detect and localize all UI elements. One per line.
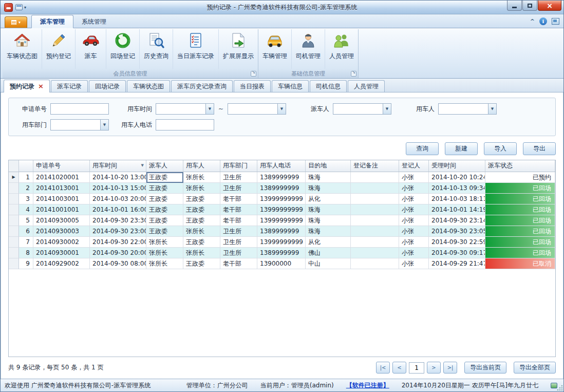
- chevron-down-icon[interactable]: ▼: [488, 104, 496, 114]
- column-header-dest[interactable]: 目的地: [306, 160, 351, 172]
- column-header-apply_no[interactable]: 申请单号: [33, 160, 90, 172]
- column-header-dept[interactable]: 用车部门: [220, 160, 257, 172]
- dept-combo[interactable]: ▼: [50, 119, 109, 130]
- export-all-pages-button[interactable]: 导出全部页: [514, 362, 556, 374]
- dispatcher-input[interactable]: [333, 104, 383, 114]
- ribbon-button[interactable]: 预约登记: [42, 29, 75, 69]
- app-icon[interactable]: [4, 3, 13, 12]
- table-row[interactable]: 5201409300052014-09-30 23:30王政委王政委老干部139…: [9, 215, 555, 226]
- close-button[interactable]: ×: [538, 1, 561, 11]
- chevron-down-icon[interactable]: ▼: [100, 120, 108, 130]
- row-selector[interactable]: [9, 248, 19, 258]
- ribbon-button[interactable]: 当日派车记录: [173, 29, 218, 69]
- cell-apply_no: 20141003001: [33, 194, 90, 204]
- export-current-page-button[interactable]: 导出当前页: [464, 362, 506, 374]
- doc-tab[interactable]: 车辆状态图: [127, 80, 170, 92]
- license-link[interactable]: 【软件已注册】: [346, 381, 389, 390]
- ribbon-tab[interactable]: 系统管理: [73, 15, 115, 28]
- ribbon-tab[interactable]: 派车管理: [31, 15, 73, 28]
- phone-input[interactable]: [156, 119, 214, 130]
- column-header-status[interactable]: 派车状态: [485, 160, 555, 172]
- import-button[interactable]: 导入: [484, 142, 517, 155]
- window-controls: ×: [506, 1, 561, 11]
- column-header-use_time[interactable]: 用车时间▼: [90, 160, 146, 172]
- row-selector[interactable]: [9, 237, 19, 248]
- minimize-button[interactable]: [507, 1, 522, 11]
- quick-access-icon[interactable]: [15, 4, 23, 10]
- table-row[interactable]: 3201410030012014-10-03 20:00王政委王政委老干部139…: [9, 194, 555, 204]
- user-combo[interactable]: ▼: [438, 103, 497, 115]
- maximize-button[interactable]: [522, 1, 537, 11]
- first-page-button[interactable]: |<: [376, 362, 390, 374]
- last-page-button[interactable]: >|: [443, 362, 457, 374]
- ribbon-button[interactable]: 历史查询: [139, 29, 173, 69]
- column-header-registrar[interactable]: 登记人: [399, 160, 429, 172]
- row-selector[interactable]: [9, 183, 19, 194]
- dept-input[interactable]: [51, 120, 100, 130]
- ribbon-button[interactable]: 车辆管理: [258, 29, 291, 69]
- row-selector[interactable]: [9, 204, 19, 215]
- user-input[interactable]: [439, 104, 488, 114]
- export-button[interactable]: 导出: [523, 142, 556, 155]
- ribbon-button[interactable]: 派车: [75, 29, 106, 69]
- ribbon-button[interactable]: 扩展屏显示: [218, 29, 258, 69]
- table-row[interactable]: ▶1201410200012014-10-20 13:00王政委张所长卫生所13…: [9, 172, 555, 183]
- row-selector[interactable]: [9, 215, 19, 226]
- doc-tab[interactable]: 人员管理: [348, 80, 385, 92]
- doc-tab[interactable]: 派车记录: [51, 80, 88, 92]
- info-icon[interactable]: i: [539, 17, 547, 25]
- row-selector[interactable]: [9, 258, 19, 269]
- prev-page-button[interactable]: <: [392, 362, 406, 374]
- table-row[interactable]: 4201410010012014-10-01 16:00王政委王政委老干部139…: [9, 204, 555, 215]
- collapse-ribbon-icon[interactable]: ^: [530, 18, 535, 25]
- chevron-down-icon[interactable]: ▼: [205, 104, 214, 114]
- row-selector[interactable]: [9, 194, 19, 204]
- column-header-dispatcher[interactable]: 派车人: [146, 160, 183, 172]
- ribbon-button[interactable]: 人员管理: [325, 29, 358, 69]
- ribbon-button[interactable]: 司机管理: [291, 29, 325, 69]
- doc-tab[interactable]: 司机信息: [310, 80, 347, 92]
- doc-tab[interactable]: 当日报表: [234, 80, 271, 92]
- titlebar[interactable]: ▾ 预约记录 - 广州爱奇迪软件科技有限公司-派车管理系统 ×: [1, 1, 563, 14]
- quick-access-dropdown-icon[interactable]: ▾: [24, 5, 26, 10]
- apply-no-input[interactable]: [50, 103, 109, 115]
- use-time-to-input[interactable]: [228, 104, 277, 114]
- chevron-down-icon[interactable]: ▼: [277, 104, 286, 114]
- app-menu-button[interactable]: ▾: [5, 16, 27, 28]
- ribbon-button[interactable]: 回场登记: [106, 29, 139, 69]
- dialog-launcher-icon[interactable]: [251, 71, 256, 77]
- use-time-from-combo[interactable]: ▼: [156, 103, 214, 115]
- use-time-field: 用车时间 ▼ ~ ▼: [120, 103, 286, 115]
- table-row[interactable]: 9201409290022014-09-30 08:00张所长王政委老干部139…: [9, 258, 555, 269]
- switch-window-icon[interactable]: [552, 18, 559, 25]
- dispatcher-combo[interactable]: ▼: [333, 103, 391, 115]
- query-button[interactable]: 查询: [406, 142, 439, 155]
- next-page-button[interactable]: >: [427, 362, 441, 374]
- column-header-user[interactable]: 用车人: [183, 160, 220, 172]
- doc-tab[interactable]: 回场记录: [89, 80, 126, 92]
- column-header-phone[interactable]: 用车人电话: [257, 160, 306, 172]
- doc-tab[interactable]: 派车历史记录查询: [171, 80, 233, 92]
- use-time-from-input[interactable]: [156, 104, 205, 114]
- row-selector[interactable]: [9, 226, 19, 237]
- column-header-remark[interactable]: 登记备注: [351, 160, 399, 172]
- column-header-accept_time[interactable]: 受理时间: [429, 160, 485, 172]
- ribbon-button-label: 车辆状态图: [7, 52, 37, 61]
- table-row[interactable]: 2201410130012014-10-13 15:00王政委张所长卫生所138…: [9, 183, 555, 194]
- filter-dropdown-icon[interactable]: ▼: [141, 160, 144, 171]
- table-row[interactable]: 8201409300012014-09-30 20:00张所长张所长卫生所138…: [9, 248, 555, 258]
- dialog-launcher-icon[interactable]: [351, 71, 356, 77]
- table-row[interactable]: 6201409300032014-09-30 23:00王政委张所长卫生所138…: [9, 226, 555, 237]
- chevron-down-icon[interactable]: ▼: [383, 104, 391, 114]
- table-row[interactable]: 7201409300022014-09-30 22:00张所长王政委卫生所139…: [9, 237, 555, 248]
- page-number-input[interactable]: [409, 362, 424, 374]
- doc-tab[interactable]: 车辆信息: [272, 80, 309, 92]
- resize-grip[interactable]: [556, 384, 563, 391]
- doc-tab[interactable]: 预约记录×: [4, 80, 50, 92]
- cell-dept: 老干部: [220, 215, 257, 226]
- create-button[interactable]: 新建: [445, 142, 478, 155]
- close-tab-icon[interactable]: ×: [38, 84, 44, 89]
- ribbon-button[interactable]: 车辆状态图: [3, 29, 42, 69]
- use-time-to-combo[interactable]: ▼: [228, 103, 286, 115]
- row-selector[interactable]: ▶: [9, 172, 19, 183]
